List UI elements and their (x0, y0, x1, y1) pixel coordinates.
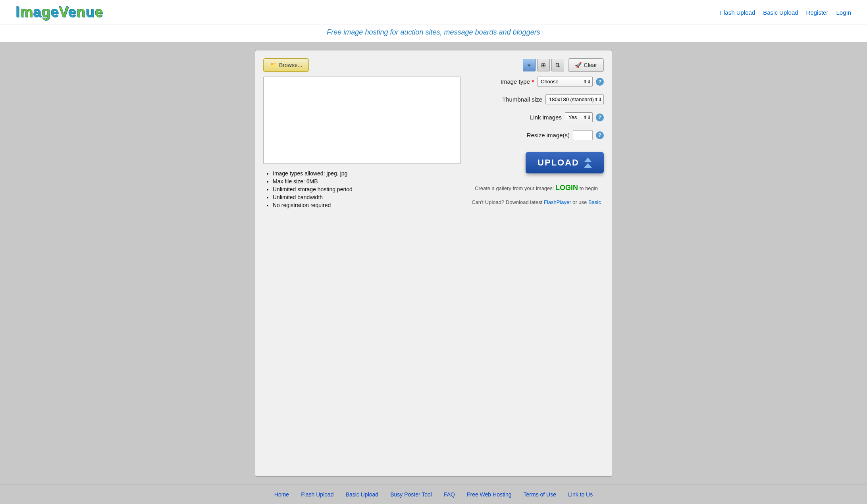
footer-link-terms-of-use[interactable]: Terms of Use (524, 491, 556, 498)
resize-label: Resize image(s) (469, 132, 570, 139)
info-item: No registration required (273, 202, 461, 208)
cant-upload-middle: or use (572, 199, 588, 205)
image-type-help-icon[interactable]: ? (596, 78, 604, 86)
view-grid-button[interactable]: ⊞ (537, 59, 550, 71)
thumbnail-size-select[interactable]: 180x180 (standard) 100x100 (small) 250x2… (545, 94, 604, 104)
info-item: Unlimited storage hosting period (273, 186, 461, 192)
image-type-select[interactable]: Choose Family Adult (537, 77, 593, 87)
nav: Flash Upload Basic Upload Register LogIn (720, 9, 851, 16)
image-type-label: Image type * (469, 78, 534, 85)
footer-link-busy-poster-tool[interactable]: Busy Poster Tool (390, 491, 432, 498)
footer-link-home[interactable]: Home (274, 491, 289, 498)
upload-button-text: UPLOAD (538, 158, 579, 168)
cant-upload-prefix: Can't Upload? Download latest (472, 199, 544, 205)
tagline: Free image hosting for auction sites, me… (0, 25, 867, 42)
link-images-select[interactable]: Yes No (565, 112, 593, 122)
resize-input[interactable] (573, 130, 593, 140)
right-column: Image type * Choose Family Adult ⬆⬇ ? (469, 77, 604, 210)
drop-area[interactable] (263, 77, 461, 164)
gallery-login-link[interactable]: LOGIN (555, 184, 578, 192)
image-type-select-wrapper: Choose Family Adult ⬆⬇ (537, 77, 593, 87)
gallery-section: Create a gallery from your images: LOGIN… (469, 184, 604, 192)
info-item: Image types allowed: jpeg, jpg (273, 170, 461, 177)
upload-panel: 📁 Browse... ≡ ⊞ ⇅ 🚀 Clear Image types al… (255, 50, 612, 477)
footer-link-basic-upload[interactable]: Basic Upload (346, 491, 379, 498)
left-column: Image types allowed: jpeg, jpg Max file … (263, 77, 461, 210)
thumbnail-size-label: Thumbnail size (469, 96, 542, 103)
link-images-label: Link images (469, 114, 562, 121)
info-list: Image types allowed: jpeg, jpg Max file … (263, 170, 461, 208)
gallery-suffix: to begin (580, 185, 598, 191)
view-sort-button[interactable]: ⇅ (551, 59, 564, 71)
content-row: Image types allowed: jpeg, jpg Max file … (263, 77, 604, 210)
view-list-button[interactable]: ≡ (523, 59, 536, 71)
resize-row: Resize image(s) ? (469, 130, 604, 140)
nav-register[interactable]: Register (806, 9, 828, 16)
folder-icon: 📁 (270, 62, 277, 68)
logo: ImageVenue (16, 4, 103, 21)
footer: HomeFlash UploadBasic UploadBusy Poster … (0, 485, 867, 504)
browse-button[interactable]: 📁 Browse... (263, 58, 309, 72)
resize-help-icon[interactable]: ? (596, 131, 604, 139)
header: ImageVenue Flash Upload Basic Upload Reg… (0, 0, 867, 25)
thumbnail-size-select-wrapper: 180x180 (standard) 100x100 (small) 250x2… (545, 94, 604, 104)
cant-upload-section: Can't Upload? Download latest FlashPlaye… (469, 199, 604, 205)
link-images-row: Link images Yes No ⬆⬇ ? (469, 112, 604, 122)
main-wrapper: 📁 Browse... ≡ ⊞ ⇅ 🚀 Clear Image types al… (0, 42, 867, 485)
footer-link-flash-upload[interactable]: Flash Upload (301, 491, 334, 498)
clear-button[interactable]: 🚀 Clear (568, 58, 604, 72)
footer-link-free-web-hosting[interactable]: Free Web Hosting (467, 491, 512, 498)
gallery-prefix: Create a gallery from your images: (475, 185, 555, 191)
browse-label: Browse... (279, 62, 302, 68)
basic-link[interactable]: Basic (588, 199, 601, 205)
required-marker: * (532, 78, 534, 85)
link-images-help-icon[interactable]: ? (596, 113, 604, 121)
view-buttons: ≡ ⊞ ⇅ (523, 59, 564, 71)
clear-icon: 🚀 (575, 62, 582, 68)
link-images-select-wrapper: Yes No ⬆⬇ (565, 112, 593, 122)
clear-label: Clear (584, 62, 597, 68)
nav-login[interactable]: LogIn (836, 9, 851, 16)
upload-button[interactable]: UPLOAD (526, 152, 604, 173)
flash-player-link[interactable]: FlashPlayer (544, 199, 571, 205)
toolbar: 📁 Browse... ≡ ⊞ ⇅ 🚀 Clear (263, 58, 604, 72)
footer-link-link-to-us[interactable]: Link to Us (568, 491, 593, 498)
image-type-row: Image type * Choose Family Adult ⬆⬇ ? (469, 77, 604, 87)
info-item: Unlimited bandwidth (273, 194, 461, 200)
thumbnail-size-row: Thumbnail size 180x180 (standard) 100x10… (469, 94, 604, 104)
footer-link-faq[interactable]: FAQ (444, 491, 455, 498)
upload-button-wrapper: UPLOAD (469, 152, 604, 173)
nav-basic-upload[interactable]: Basic Upload (763, 9, 798, 16)
nav-flash-upload[interactable]: Flash Upload (720, 9, 755, 16)
upload-arrows-icon (584, 158, 592, 168)
info-item: Max file size: 6MB (273, 178, 461, 185)
